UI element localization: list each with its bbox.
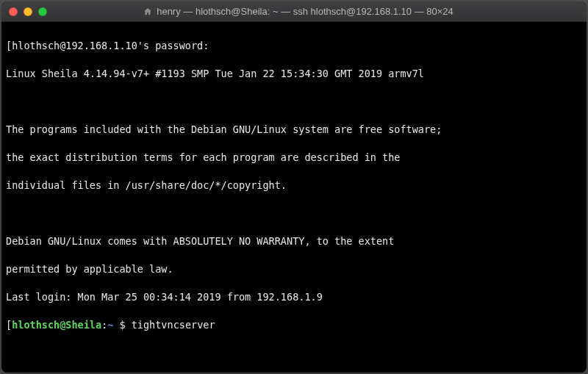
output-line: Debian GNU/Linux comes with ABSOLUTELY N… [6, 234, 582, 248]
output-line: individual files in /usr/share/doc/*/cop… [6, 179, 582, 193]
close-icon[interactable] [9, 7, 18, 16]
output-line: Linux Sheila 4.14.94-v7+ #1193 SMP Tue J… [6, 67, 582, 81]
window-title: henry — hlothsch@Sheila: ~ — ssh hlothsc… [47, 6, 550, 17]
output-line: The programs included with the Debian GN… [6, 123, 582, 137]
command-input: tightvncserver [132, 319, 215, 331]
prompt-user-host: hlothsch@Sheila [12, 319, 101, 331]
output-line: Last login: Mon Mar 25 00:34:14 2019 fro… [6, 290, 582, 304]
minimize-icon[interactable] [24, 7, 32, 16]
window-controls [9, 7, 47, 16]
window-title-text: henry — hlothsch@Sheila: ~ — ssh hlothsc… [157, 6, 453, 17]
output-line: permitted by applicable law. [6, 262, 582, 276]
terminal-content[interactable]: [hlothsch@192.168.1.10's password: Linux… [1, 22, 587, 373]
titlebar[interactable]: henry — hlothsch@Sheila: ~ — ssh hlothsc… [1, 1, 587, 22]
output-line: the exact distribution terms for each pr… [6, 151, 582, 165]
output-line: hlothsch@192.168.1.10's password: [12, 40, 209, 51]
zoom-icon[interactable] [38, 7, 47, 16]
terminal-window: henry — hlothsch@Sheila: ~ — ssh hlothsc… [1, 1, 587, 373]
home-icon [143, 7, 152, 16]
